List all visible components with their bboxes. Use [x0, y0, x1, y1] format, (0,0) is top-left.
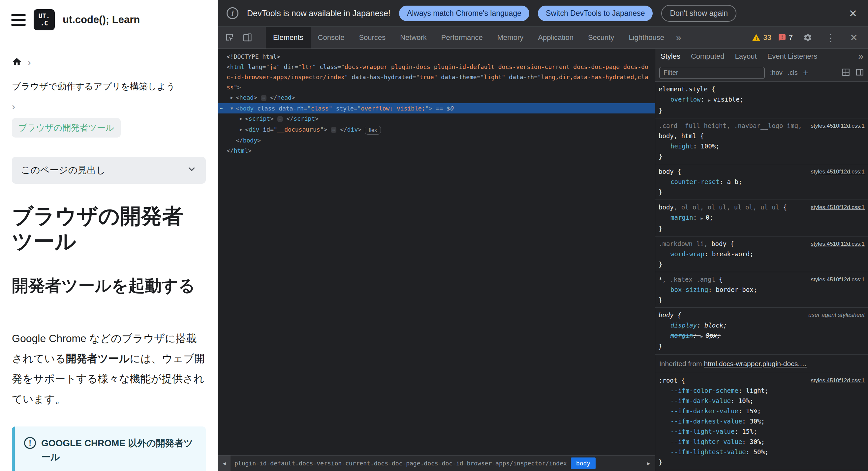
toggle-classes-button[interactable]: .cls — [788, 69, 798, 76]
stylesheet-link[interactable]: styles.4510f12d.css:1 — [811, 166, 865, 177]
breadcrumb-path[interactable]: plugin-id-default.docs-version-current.d… — [230, 460, 571, 467]
home-icon[interactable] — [12, 57, 22, 68]
breadcrumb-section[interactable]: ブラウザで動作するアプリを構築しよう — [12, 81, 206, 92]
site-title[interactable]: ut.code(); Learn — [63, 14, 140, 26]
logo-text-top: UT. — [39, 12, 50, 20]
paragraph: Google Chrome などのブラウザに搭載されている開発者ツールには、ウェ… — [12, 328, 206, 410]
dom-node-line[interactable]: </html> — [218, 146, 655, 156]
expand-value-icon[interactable]: ▶ — [701, 216, 703, 221]
rule-selector[interactable]: body, ol ol, ol ul, ul ol, ul ul { — [659, 202, 807, 212]
inherited-element-link[interactable]: html.docs-wrapper.plugin-docs.… — [704, 360, 807, 368]
rule-selector[interactable]: element.style { — [659, 84, 865, 94]
grid-overlay-icon[interactable] — [842, 68, 850, 78]
tab-sources[interactable]: Sources — [351, 27, 393, 49]
styles-filter-input[interactable] — [659, 67, 765, 79]
rule-selector[interactable]: body { — [659, 310, 804, 320]
css-property[interactable]: --ifm-dark-value: 10%; — [659, 396, 865, 406]
warning-count[interactable]: 33 — [752, 33, 771, 42]
flex-badge[interactable]: flex — [365, 126, 381, 134]
sidebar-more-tabs-icon[interactable]: » — [854, 49, 868, 64]
expand-arrow-icon[interactable]: ▶ — [237, 114, 245, 124]
more-tabs-icon[interactable]: » — [672, 27, 686, 49]
dom-node-line[interactable]: <!DOCTYPE html> — [218, 52, 655, 62]
info-admonition: ! GOOGLE CHROME 以外の開発者ツール Google Chrome … — [12, 427, 206, 471]
node-options-icon[interactable]: ⋯ — [220, 103, 224, 114]
css-property[interactable]: word-wrap: break-word; — [659, 249, 865, 259]
toc-toggle[interactable]: このページの見出し — [12, 157, 206, 184]
styles-toolbar: :hov .cls + — [655, 64, 868, 82]
stylesheet-link[interactable]: styles.4510f12d.css:1 — [811, 121, 865, 131]
css-property[interactable]: overflow: ▶visible; — [659, 94, 865, 105]
dom-tree: <!DOCTYPE html><html lang="ja" dir="ltr"… — [218, 49, 655, 455]
always-match-language-button[interactable]: Always match Chrome's language — [399, 6, 529, 21]
tab-network[interactable]: Network — [393, 27, 434, 49]
inspect-element-icon[interactable] — [221, 29, 238, 46]
expand-value-icon[interactable]: ▶ — [701, 334, 703, 339]
style-rule: body {styles.4510f12d.css:1counter-reset… — [655, 164, 868, 200]
css-property[interactable]: display: block; — [659, 320, 865, 331]
tab-elements[interactable]: Elements — [266, 27, 311, 49]
css-property[interactable]: --ifm-darker-value: 15%; — [659, 406, 865, 416]
tab-application[interactable]: Application — [531, 27, 581, 49]
rule-selector[interactable]: body { — [659, 166, 807, 177]
breadcrumb-scroll-left-icon[interactable]: ◀ — [218, 456, 230, 471]
css-property[interactable]: --ifm-lightest-value: 50%; — [659, 447, 865, 457]
dom-node-line[interactable]: ▶<head> ⋯ </head> — [218, 92, 655, 103]
issue-count[interactable]: 7 — [778, 33, 793, 42]
new-style-rule-icon[interactable]: + — [803, 68, 809, 78]
tab-security[interactable]: Security — [581, 27, 621, 49]
stylesheet-link[interactable]: styles.4510f12d.css:1 — [811, 275, 865, 285]
sidebar-tab-computed[interactable]: Computed — [686, 49, 730, 64]
expand-arrow-icon[interactable]: ▶ — [228, 92, 236, 102]
sidebar-tab-event-listeners[interactable]: Event Listeners — [762, 49, 823, 64]
css-property[interactable]: margin: ▶0; — [659, 212, 865, 224]
dont-show-again-button[interactable]: Don't show again — [661, 5, 736, 22]
tab-memory[interactable]: Memory — [490, 27, 531, 49]
rule-selector[interactable]: .markdown li, body { — [659, 239, 807, 249]
expand-arrow-icon[interactable]: ▶ — [237, 124, 245, 134]
devtools-window: i DevTools is now available in Japanese!… — [218, 0, 868, 471]
sidebar-tab-layout[interactable]: Layout — [730, 49, 762, 64]
css-property[interactable]: --ifm-darkest-value: 30%; — [659, 416, 865, 427]
stylesheet-link[interactable]: styles.4510f12d.css:1 — [811, 239, 865, 249]
sidebar-tab-styles[interactable]: Styles — [655, 49, 686, 64]
css-property[interactable]: margin: ▶8px; — [659, 331, 865, 342]
switch-devtools-japanese-button[interactable]: Switch DevTools to Japanese — [538, 6, 653, 21]
css-property[interactable]: height: 100%; — [659, 141, 865, 151]
tab-performance[interactable]: Performance — [434, 27, 490, 49]
dom-node-line[interactable]: ▶<script> ⋯ </script> — [218, 114, 655, 124]
css-property[interactable]: --ifm-lighter-value: 30%; — [659, 437, 865, 447]
dom-node-line[interactable]: <html lang="ja" dir="ltr" class="docs-wr… — [218, 62, 655, 92]
infobar-close-icon[interactable]: × — [846, 7, 860, 20]
breadcrumb-chevron-icon: › — [12, 102, 206, 112]
site-logo[interactable]: UT. .C — [34, 9, 55, 30]
sidebar-tabs: StylesComputedLayoutEvent Listeners » — [655, 49, 868, 64]
hamburger-menu-button[interactable] — [11, 14, 26, 26]
tab-console[interactable]: Console — [311, 27, 352, 49]
device-toolbar-icon[interactable] — [239, 29, 256, 46]
css-property[interactable]: box-sizing: border-box; — [659, 285, 865, 295]
dom-node-line[interactable]: </body> — [218, 135, 655, 146]
css-property[interactable]: --ifm-color-scheme: light; — [659, 385, 865, 396]
breadcrumb-selected-node[interactable]: body — [571, 458, 596, 469]
rule-selector[interactable]: :root { — [659, 375, 807, 385]
rule-selector[interactable]: *, .katex .angl { — [659, 275, 807, 285]
dom-node-line[interactable]: ▼⋯<body class data-rh="class" style="ove… — [218, 103, 655, 114]
rule-selector[interactable]: .card--full-height, .navbar__logo img, b… — [659, 121, 807, 141]
kebab-menu-icon[interactable]: ⋮ — [823, 29, 839, 46]
stylesheet-link[interactable]: styles.4510f12d.css:1 — [811, 202, 865, 212]
toggle-pseudo-state-button[interactable]: :hov — [770, 69, 783, 76]
expand-value-icon[interactable]: ▶ — [708, 98, 710, 102]
dom-node-line[interactable]: ▶<div id="__docusaurus"> ⋯ </div>flex — [218, 124, 655, 135]
css-property[interactable]: counter-reset: a b; — [659, 177, 865, 187]
collapse-arrow-icon[interactable]: ▼ — [228, 103, 236, 114]
styles-rules: element.style {overflow: ▶visible;}.card… — [655, 82, 868, 471]
css-property[interactable]: --ifm-light-value: 15%; — [659, 427, 865, 437]
computed-sidebar-toggle-icon[interactable] — [856, 68, 864, 78]
breadcrumb-scroll-right-icon[interactable]: ▶ — [643, 456, 655, 471]
user-agent-note: user agent stylesheet — [808, 310, 865, 320]
settings-gear-icon[interactable] — [799, 29, 816, 46]
stylesheet-link[interactable]: styles.4510f12d.css:1 — [811, 375, 865, 385]
tab-lighthouse[interactable]: Lighthouse — [621, 27, 672, 49]
devtools-close-icon[interactable]: × — [845, 29, 862, 46]
